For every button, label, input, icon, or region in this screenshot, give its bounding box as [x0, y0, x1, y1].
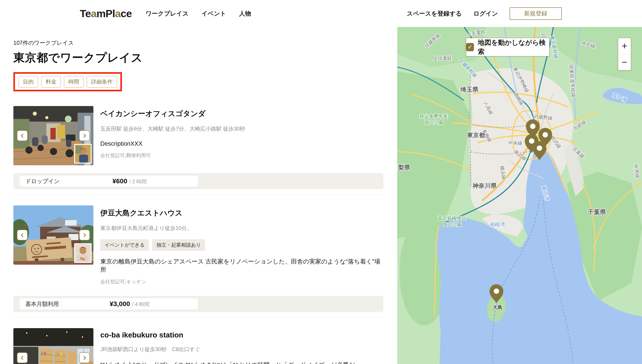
listing-photo-carousel[interactable]	[13, 328, 93, 364]
listing-description: DescriptionXXX	[100, 140, 383, 147]
host-avatar[interactable]	[74, 144, 92, 164]
register-space-link[interactable]: スペースを登録する	[407, 10, 462, 18]
map-label: 東京都	[467, 132, 485, 138]
chevron-right-icon	[82, 233, 86, 237]
map-label: 中央線	[508, 140, 522, 146]
listing-info: ベイカンシーオフィスゴタンダ 五反田駅 徒歩6分、大崎駅 徒歩7分、大崎広小路駅…	[100, 106, 383, 165]
filter-purpose-button[interactable]: 目的	[19, 76, 38, 88]
carousel-prev-button[interactable]	[17, 130, 28, 141]
nav-people[interactable]: 人物	[239, 10, 251, 18]
zoom-in-button[interactable]: +	[618, 38, 631, 54]
page-title: 東京都でワークプレイス	[13, 50, 383, 66]
listing-tags: イベントができる 独立・起業相談あり	[100, 239, 383, 251]
logo-text: Te	[80, 8, 91, 20]
listing-info: 伊豆大島クエストハウス 東京都伊豆大島元町港より徒歩10分。 イベントができる …	[100, 206, 383, 285]
price-row: ドロップイン ¥600 / 2 時間	[13, 173, 383, 189]
annotation-red-box: 目的 料金 時間 詳細条件	[13, 72, 122, 91]
host-photo	[75, 244, 91, 262]
price-amount: ¥3,000	[110, 300, 130, 308]
header-actions: スペースを登録する ログイン 新規登録	[407, 7, 562, 20]
carousel-next-button[interactable]	[79, 230, 90, 240]
chevron-left-icon	[21, 134, 25, 138]
price-amount: ¥600	[112, 177, 127, 185]
map-label: 国立公園	[443, 222, 461, 227]
filter-price-button[interactable]: 料金	[41, 76, 61, 88]
map-label: 相模湾	[490, 222, 505, 228]
map-label: 千葉県	[588, 209, 606, 216]
nav-events[interactable]: イベント	[202, 10, 226, 18]
listing-info: co-ba ikebukuro station JR池袋駅西口より徒歩30秒 C…	[100, 328, 383, 364]
listing-description: 東京の離島伊豆大島のシェアスペース 古民家をリノベーションした、田舎の実家のよう…	[100, 258, 383, 274]
map-label: 富士箱根伊豆	[438, 216, 466, 221]
chevron-right-icon	[82, 356, 86, 360]
tag-badge: イベントができる	[100, 239, 149, 251]
zoom-out-button[interactable]: −	[618, 54, 631, 70]
login-link[interactable]: ログイン	[473, 10, 498, 18]
listing-photo-carousel[interactable]	[13, 206, 93, 265]
map-label: 上信電鉄	[433, 56, 452, 61]
map-zoom-control: + −	[618, 38, 631, 70]
checkbox-checked-icon[interactable]: ✓	[466, 43, 474, 51]
map-label: 神奈川県	[472, 182, 497, 189]
map-panel: 上毛電鉄 日光線 信越本線 水戸線 上信電鉄 上越新幹線 東北新幹線 東武伊勢崎…	[397, 27, 642, 364]
carousel-next-button[interactable]	[79, 352, 90, 363]
listing-access: JR池袋駅西口より徒歩30秒 C8出口すぐ	[100, 346, 383, 353]
host-avatar[interactable]	[74, 243, 92, 263]
listing-card: 伊豆大島クエストハウス 東京都伊豆大島元町港より徒歩10分。 イベントができる …	[13, 206, 383, 285]
host-photo	[75, 145, 91, 162]
app-header: TeamPlace ワークプレイス イベント 人物 スペースを登録する ログイン…	[0, 0, 642, 27]
listing-title[interactable]: 伊豆大島クエストハウス	[100, 208, 383, 218]
map-label: 国立公園	[424, 120, 443, 125]
nav-workplace[interactable]: ワークプレイス	[146, 10, 189, 18]
listing-card: ベイカンシーオフィスゴタンダ 五反田駅 徒歩6分、大崎駅 徒歩7分、大崎広小路駅…	[13, 106, 383, 165]
price-box: ドロップイン ¥600 / 2 時間	[20, 176, 198, 187]
listing-access: 五反田駅 徒歩6分、大崎駅 徒歩7分、大崎広小路駅 徒歩30秒	[100, 125, 383, 132]
results-panel: 107件のワークプレイス 東京都でワークプレイス 目的 料金 時間 詳細条件	[0, 27, 397, 364]
chevron-left-icon	[21, 233, 25, 237]
listing-access: 東京都伊豆大島元町港より徒歩10分。	[100, 224, 383, 232]
map-label: 梨県	[398, 164, 410, 171]
listing-amenities: 会社登記可,郵便利用可	[100, 152, 383, 159]
listing-title[interactable]: ベイカンシーオフィスゴタンダ	[100, 109, 383, 119]
carousel-next-button[interactable]	[79, 130, 90, 141]
price-unit: / 4 時間	[132, 301, 149, 308]
teamplace-search-page: TeamPlace ワークプレイス イベント 人物 スペースを登録する ログイン…	[0, 0, 642, 364]
map-label: 埼玉県	[460, 86, 479, 93]
results-count: 107件のワークプレイス	[13, 39, 383, 46]
price-box: 基本月額利用 ¥3,000 / 4 時間	[20, 298, 198, 310]
filter-time-button[interactable]: 時間	[64, 76, 84, 88]
carousel-prev-button[interactable]	[17, 230, 28, 240]
signup-button[interactable]: 新規登録	[510, 7, 562, 20]
price-plan-label: 基本月額利用	[20, 300, 61, 308]
carousel-prev-button[interactable]	[17, 352, 28, 363]
app-logo[interactable]: TeamPlace	[80, 7, 132, 20]
listing-separator	[13, 318, 383, 318]
map-label-oshima: 大島	[493, 304, 502, 310]
main-nav: ワークプレイス イベント 人物	[146, 10, 251, 18]
price-unit: / 2 時間	[129, 178, 147, 185]
chevron-right-icon	[82, 134, 86, 138]
map-search-label: 地図を動かしながら検索	[478, 38, 549, 56]
listing-card: co-ba ikebukuro station JR池袋駅西口より徒歩30秒 C…	[13, 328, 383, 364]
listing-description: “ひらめく人”のサードプレイス “ひらめき”には「ひとりの時間」と「グッドノイズ…	[100, 361, 383, 364]
map-canvas[interactable]: 上毛電鉄 日光線 信越本線 水戸線 上信電鉄 上越新幹線 東北新幹線 東武伊勢崎…	[397, 27, 642, 364]
listing-amenities: 会社登記可,キッチン	[100, 278, 383, 285]
chevron-left-icon	[21, 356, 25, 360]
map-label: 秩父多摩甲斐	[419, 114, 448, 119]
listing-photo-carousel[interactable]	[13, 106, 93, 165]
tag-badge: 独立・起業相談あり	[152, 239, 205, 251]
price-row: 基本月額利用 ¥3,000 / 4 時間	[13, 296, 383, 312]
listing-title[interactable]: co-ba ikebukuro station	[100, 331, 383, 339]
map-search-toggle[interactable]: ✓ 地図を動かしながら検索	[466, 38, 549, 56]
price-plan-label: ドロップイン	[20, 178, 61, 185]
logo-accent: a	[91, 8, 96, 20]
filter-details-button[interactable]: 詳細条件	[87, 76, 117, 88]
listing-separator	[13, 195, 383, 195]
